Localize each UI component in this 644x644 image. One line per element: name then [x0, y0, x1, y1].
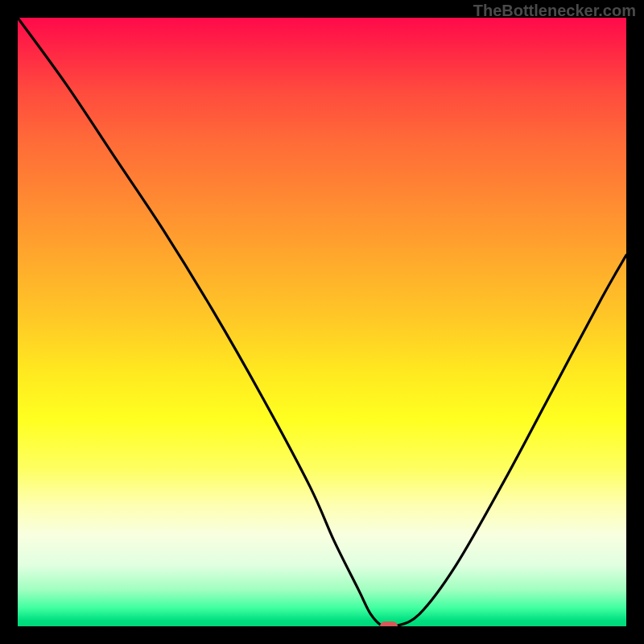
plot-area [18, 18, 626, 626]
watermark-text: TheBottlenecker.com [473, 2, 636, 20]
curve-svg [18, 18, 626, 626]
optimal-marker [380, 621, 398, 626]
bottleneck-curve [18, 18, 626, 626]
